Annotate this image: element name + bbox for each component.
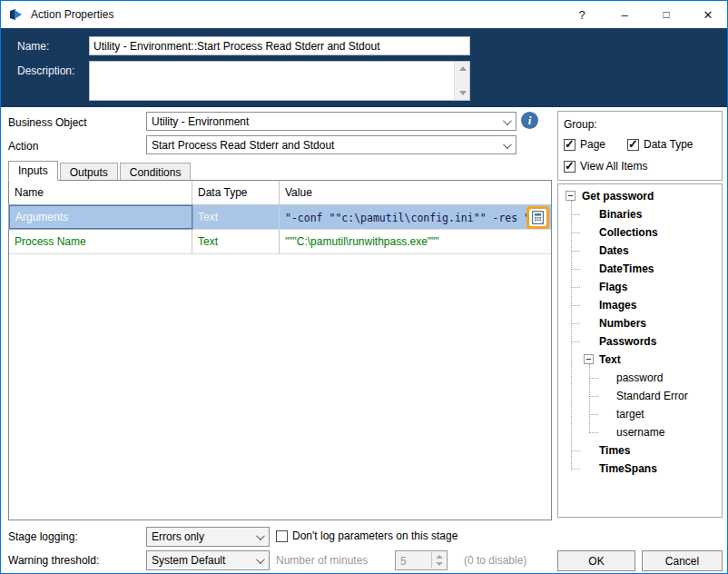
description-textarea[interactable] xyxy=(89,61,470,101)
group-label: Group: xyxy=(564,118,597,131)
tree-item-times[interactable]: Times xyxy=(599,441,630,460)
stage-logging-value: Errors only xyxy=(152,530,204,543)
help-button[interactable]: ? xyxy=(564,1,600,28)
chevron-down-icon xyxy=(503,116,512,125)
window-title: Action Properties xyxy=(31,8,113,21)
warning-threshold-value: System Default xyxy=(152,554,225,567)
tree-connector-line xyxy=(571,287,580,288)
name-label: Name: xyxy=(17,40,49,53)
tree-item-images[interactable]: Images xyxy=(599,296,636,314)
ok-button[interactable]: OK xyxy=(557,550,635,571)
tree-item-dates[interactable]: Dates xyxy=(599,242,629,260)
dont-log-label: Don't log parameters on this stage xyxy=(292,529,457,542)
tree-item-datetimes[interactable]: DateTimes xyxy=(599,260,654,278)
action-label: Action xyxy=(8,140,38,153)
tree-connector-line xyxy=(571,305,580,306)
spin-down-icon[interactable] xyxy=(436,562,443,566)
inputs-table: Name Data Type Value Arguments Text "-co… xyxy=(8,180,552,520)
cancel-button[interactable]: Cancel xyxy=(642,550,723,571)
checkbox-data-type[interactable]: Data Type xyxy=(627,138,693,151)
tree-connector-line xyxy=(571,341,580,342)
checkbox-view-all-items[interactable]: View All Items xyxy=(564,160,647,173)
number-of-minutes-label: Number of minutes xyxy=(276,554,368,567)
description-scrollbar[interactable] xyxy=(454,62,469,100)
tree-item-get-password[interactable]: Get password xyxy=(582,187,654,205)
table-row-arguments[interactable]: Arguments Text "-conf ""c:\pamutil\confi… xyxy=(9,205,551,230)
tree-item-username[interactable]: username xyxy=(616,423,664,441)
checkbox-page-label: Page xyxy=(580,138,605,151)
warning-threshold-label: Warning threshold: xyxy=(8,554,99,567)
chevron-down-icon xyxy=(503,140,512,149)
tab-inputs[interactable]: Inputs xyxy=(8,161,58,181)
table-row-process-name[interactable]: Process Name Text """C:\pamutil\runwithp… xyxy=(9,230,551,254)
process-datatype-cell[interactable]: Text xyxy=(192,230,280,253)
name-input[interactable] xyxy=(89,36,470,55)
arguments-datatype-cell[interactable]: Text xyxy=(192,205,280,229)
tree-connector-line xyxy=(589,432,598,433)
stage-logging-label: Stage logging: xyxy=(8,530,78,543)
tree-connector-line xyxy=(589,396,598,397)
spin-up-icon[interactable] xyxy=(436,555,443,559)
spinner-buttons[interactable] xyxy=(431,552,446,569)
calculator-icon[interactable] xyxy=(529,209,546,226)
checkbox-view-all-items-label: View All Items xyxy=(580,160,647,173)
stage-logging-dropdown[interactable]: Errors only xyxy=(146,527,270,547)
close-button[interactable]: ✕ xyxy=(690,1,726,28)
arguments-value-cell[interactable]: "-conf ""c:\pamutil\config.ini"" -res " … xyxy=(280,205,551,229)
tree-item-target[interactable]: target xyxy=(616,405,644,423)
collapse-icon[interactable] xyxy=(566,191,576,201)
checkbox-icon[interactable] xyxy=(627,139,639,151)
tree-connector-line xyxy=(571,323,580,324)
chevron-down-icon xyxy=(256,531,265,540)
disable-hint-label: (0 to disable) xyxy=(464,554,526,567)
tab-outputs[interactable]: Outputs xyxy=(60,163,118,181)
business-object-dropdown[interactable]: Utility - Environment xyxy=(146,112,516,131)
table-header-row: Name Data Type Value xyxy=(9,181,551,205)
column-header-name: Name xyxy=(9,181,192,204)
description-label: Description: xyxy=(17,64,74,77)
action-dropdown[interactable]: Start Process Read Stderr and Stdout xyxy=(146,135,516,154)
tree-item-passwords[interactable]: Passwords xyxy=(599,332,656,351)
tree-item-binaries[interactable]: Binaries xyxy=(599,205,642,223)
checkbox-icon[interactable] xyxy=(276,530,288,542)
process-name-cell[interactable]: Process Name xyxy=(9,230,192,253)
scroll-down-icon[interactable] xyxy=(455,86,470,100)
scroll-up-icon[interactable] xyxy=(455,62,470,75)
tree-connector-line xyxy=(589,414,598,415)
checkbox-icon[interactable] xyxy=(564,161,576,173)
group-panel: Group: Page Data Type View All Items xyxy=(557,111,723,181)
business-object-label: Business Object xyxy=(8,116,87,129)
minutes-value: 5 xyxy=(400,555,407,568)
tree-connector-line xyxy=(571,214,580,215)
warning-threshold-dropdown[interactable]: System Default xyxy=(146,550,270,570)
expression-edit-highlight[interactable] xyxy=(526,206,549,229)
tree-item-flags[interactable]: Flags xyxy=(599,278,627,296)
action-properties-dialog: Action Properties ? – □ ✕ Name: Descript… xyxy=(0,0,728,574)
tab-strip: Inputs Outputs Conditions xyxy=(8,161,192,181)
info-icon[interactable]: i xyxy=(521,112,538,129)
tree-item-timespans[interactable]: TimeSpans xyxy=(599,460,657,478)
checkbox-icon[interactable] xyxy=(564,139,576,151)
tree-connector-line xyxy=(571,251,580,252)
tree-connector-line xyxy=(571,450,580,451)
checkbox-page[interactable]: Page xyxy=(564,138,605,151)
maximize-button[interactable]: □ xyxy=(648,1,684,28)
dont-log-checkbox[interactable]: Don't log parameters on this stage xyxy=(276,529,457,542)
tree-item-collections[interactable]: Collections xyxy=(599,223,658,242)
title-bar: Action Properties ? – □ ✕ xyxy=(1,1,727,28)
process-value-cell[interactable]: """C:\pamutil\runwithpass.exe""" xyxy=(280,230,551,253)
checkbox-data-type-label: Data Type xyxy=(644,138,693,151)
tree-connector-line xyxy=(589,378,598,379)
minutes-spinner[interactable]: 5 xyxy=(395,550,448,570)
minimize-button[interactable]: – xyxy=(606,1,643,28)
action-value: Start Process Read Stderr and Stdout xyxy=(152,139,334,152)
tree-item-standard-error[interactable]: Standard Error xyxy=(616,387,688,405)
name-description-header: Name: Description: xyxy=(1,28,727,107)
tree-item-numbers[interactable]: Numbers xyxy=(599,314,646,332)
tree-item-text[interactable]: Text xyxy=(599,351,621,369)
tree-item-password[interactable]: password xyxy=(616,369,663,387)
collapse-icon[interactable] xyxy=(584,354,594,364)
tab-conditions[interactable]: Conditions xyxy=(120,163,192,181)
arguments-name-cell[interactable]: Arguments xyxy=(9,205,192,229)
column-header-value: Value xyxy=(280,181,551,204)
